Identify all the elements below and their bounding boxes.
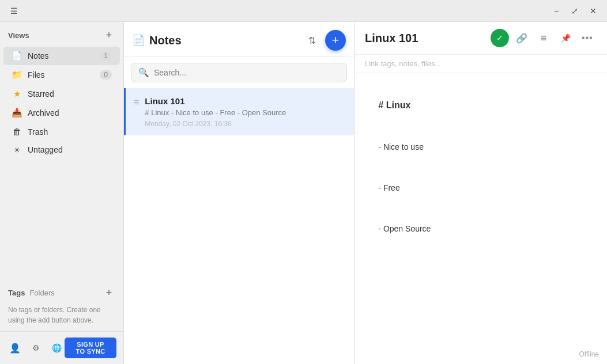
sidebar-item-untagged-label: Untagged	[28, 145, 112, 154]
titlebar-left: ☰	[6, 3, 22, 19]
search-input[interactable]	[154, 68, 340, 77]
add-view-button[interactable]: +	[103, 29, 115, 41]
sidebar-item-trash[interactable]: 🗑 Trash	[3, 123, 120, 141]
add-tag-button[interactable]: +	[103, 286, 115, 299]
settings-button[interactable]: ⚙	[28, 340, 44, 356]
titlebar-controls: − ⤢ ✕	[548, 3, 601, 19]
tags-row: Tags Folders	[8, 289, 55, 297]
search-icon: 🔍	[138, 67, 149, 78]
new-note-button[interactable]: +	[325, 30, 346, 51]
editor-panel: Linux 101 ✓ 🔗 ≡ 📌 ••• Link	[355, 22, 607, 364]
starred-icon: ★	[12, 89, 22, 99]
content-line-1: - Nice to use	[378, 142, 424, 151]
sidebar-item-archived[interactable]: 📥 Archived	[3, 104, 120, 122]
note-item-preview: # Linux - Nice to use - Free - Open Sour…	[145, 108, 346, 117]
notes-icon: 📄	[12, 51, 22, 61]
menu-button[interactable]: ☰	[6, 3, 22, 19]
sidebar-footer: 👤 ⚙ 🌐 SIGN UP TO SYNC	[0, 331, 123, 364]
editor-title: Linux 101	[365, 32, 418, 45]
sidebar-item-trash-label: Trash	[28, 127, 112, 136]
untagged-icon: ✳	[12, 146, 22, 154]
main-layout: Views + 📄 Notes 1 📁 Files 0 ★ Starred	[0, 22, 607, 364]
sort-button[interactable]: ⇅	[303, 32, 321, 49]
folders-label: Folders	[29, 289, 54, 297]
check-button[interactable]: ✓	[491, 29, 509, 47]
search-box: 🔍	[131, 63, 347, 82]
notes-panel-header: 📄 Notes ⇅ +	[124, 22, 354, 57]
notes-panel-title: Notes	[149, 34, 182, 47]
sidebar-item-notes-label: Notes	[28, 51, 94, 60]
notes-panel: 📄 Notes ⇅ + 🔍 ≡ Linux 101 # Linux - Nice…	[124, 22, 355, 364]
files-count: 0	[100, 70, 112, 79]
sidebar-item-files-label: Files	[28, 70, 94, 79]
tags-section-header: Tags Folders +	[0, 280, 123, 302]
account-button[interactable]: 👤	[7, 340, 23, 356]
note-item-date: Monday, 02 Oct 2023, 16:36	[145, 120, 346, 128]
link-button[interactable]: 🔗	[512, 29, 531, 47]
sidebar-item-untagged[interactable]: ✳ Untagged	[3, 141, 120, 158]
link-icon: 🔗	[516, 33, 527, 44]
sidebar-nav: 📄 Notes 1 📁 Files 0 ★ Starred 📥 Archived	[0, 46, 123, 280]
content-line-2: - Free	[378, 183, 399, 192]
offline-badge: Offline	[579, 350, 599, 358]
format-button[interactable]: ≡	[534, 29, 553, 47]
pin-button[interactable]: 📌	[556, 29, 575, 47]
sidebar-item-starred[interactable]: ★ Starred	[3, 85, 120, 103]
content-line-3: - Open Source	[378, 224, 431, 233]
settings-icon: ⚙	[32, 343, 40, 352]
editor-actions: ✓ 🔗 ≡ 📌 •••	[491, 29, 597, 47]
sidebar-item-files[interactable]: 📁 Files 0	[3, 66, 120, 84]
note-item-icon: ≡	[134, 97, 139, 108]
notes-panel-actions: ⇅ +	[303, 30, 346, 51]
content-heading: # Linux	[378, 100, 410, 110]
note-item[interactable]: ≡ Linux 101 # Linux - Nice to use - Free…	[124, 88, 354, 135]
more-icon: •••	[582, 33, 593, 43]
account-icon: 👤	[9, 343, 21, 354]
format-icon: ≡	[541, 32, 547, 44]
views-label: Views	[8, 31, 29, 40]
sidebar-item-starred-label: Starred	[28, 89, 112, 98]
tags-empty-message: No tags or folders. Create one using the…	[0, 302, 123, 331]
footer-icons: 👤 ⚙ 🌐	[7, 340, 65, 356]
files-icon: 📁	[12, 70, 22, 80]
tags-label: Tags	[8, 289, 25, 297]
titlebar: ☰ − ⤢ ✕	[0, 0, 607, 22]
sync-button[interactable]: SIGN UP TO SYNC	[65, 338, 116, 358]
more-button[interactable]: •••	[578, 29, 597, 47]
close-button[interactable]: ✕	[585, 3, 601, 19]
notes-panel-title-row: 📄 Notes	[132, 34, 182, 47]
pin-icon: 📌	[561, 33, 571, 43]
notes-count: 1	[100, 51, 112, 60]
editor-header: Linux 101 ✓ 🔗 ≡ 📌 •••	[355, 22, 607, 55]
check-icon: ✓	[496, 33, 503, 43]
note-item-content: Linux 101 # Linux - Nice to use - Free -…	[145, 96, 346, 128]
tags-placeholder: Link tags, notes, files...	[365, 59, 441, 68]
help-button[interactable]: 🌐	[48, 340, 65, 356]
note-item-title: Linux 101	[145, 96, 346, 106]
archived-icon: 📥	[12, 108, 22, 118]
minimize-button[interactable]: −	[548, 3, 564, 19]
editor-content[interactable]: # Linux - Nice to use - Free - Open Sour…	[355, 73, 607, 364]
note-list: ≡ Linux 101 # Linux - Nice to use - Free…	[124, 88, 354, 364]
sidebar-header: Views +	[0, 22, 123, 46]
sidebar: Views + 📄 Notes 1 📁 Files 0 ★ Starred	[0, 22, 124, 364]
help-icon: 🌐	[52, 343, 62, 352]
editor-tags-row[interactable]: Link tags, notes, files...	[355, 55, 607, 73]
sidebar-item-archived-label: Archived	[28, 108, 112, 117]
notes-panel-icon: 📄	[132, 34, 145, 47]
maximize-button[interactable]: ⤢	[567, 3, 583, 19]
sidebar-item-notes[interactable]: 📄 Notes 1	[3, 47, 120, 65]
trash-icon: 🗑	[12, 127, 22, 136]
